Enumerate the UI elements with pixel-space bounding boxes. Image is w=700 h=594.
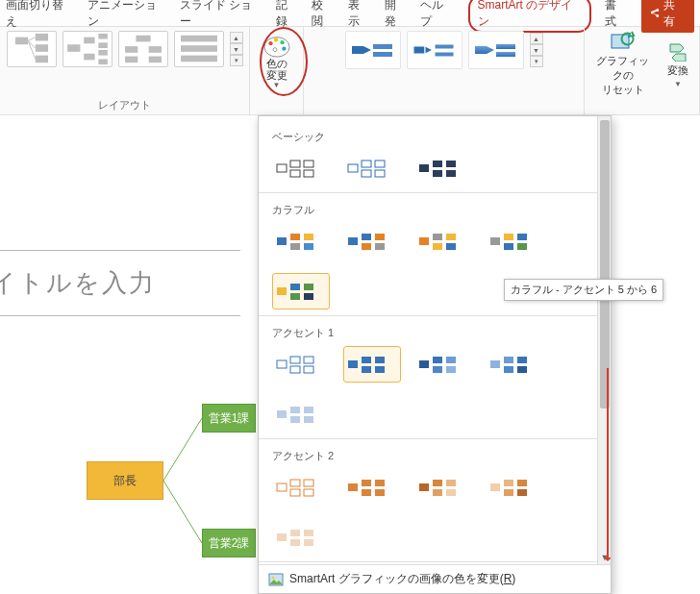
color-option[interactable] xyxy=(272,519,330,556)
svg-rect-118 xyxy=(433,480,442,486)
menu-item[interactable]: 記録 xyxy=(276,0,299,30)
menu-item[interactable]: 書式 xyxy=(605,0,628,30)
svg-rect-95 xyxy=(446,357,456,363)
color-option[interactable] xyxy=(272,150,330,186)
ribbon-group-label xyxy=(640,99,643,112)
recolor-pictures-menuitem[interactable]: SmartArt グラフィックの画像の色を変更(R) xyxy=(259,564,611,593)
layout-option[interactable] xyxy=(62,31,112,67)
svg-rect-47 xyxy=(348,164,358,172)
layout-option[interactable] xyxy=(7,31,57,67)
color-option[interactable] xyxy=(414,346,472,383)
svg-rect-90 xyxy=(375,357,385,363)
svg-rect-74 xyxy=(504,243,513,250)
svg-rect-131 xyxy=(304,539,313,546)
color-option[interactable] xyxy=(272,346,330,383)
menu-item[interactable]: 開発 xyxy=(385,0,408,30)
color-option[interactable] xyxy=(414,469,472,506)
svg-rect-66 xyxy=(375,243,385,250)
svg-rect-85 xyxy=(304,357,313,363)
color-option[interactable] xyxy=(486,346,543,383)
color-option[interactable] xyxy=(414,223,472,260)
org-node-root[interactable]: 部長 xyxy=(87,461,163,500)
menu-item[interactable]: ヘルプ xyxy=(420,0,454,30)
styles-more-button[interactable]: ▾ xyxy=(530,56,543,67)
svg-rect-82 xyxy=(277,360,287,368)
org-node-child[interactable]: 営業2課 xyxy=(202,529,256,557)
layout-option[interactable] xyxy=(174,31,224,67)
styles-prev-button[interactable]: ▲ xyxy=(530,33,543,44)
svg-rect-124 xyxy=(504,489,513,496)
smartart-org-chart[interactable]: 部長 営業1課 営業2課 xyxy=(87,404,279,577)
svg-rect-51 xyxy=(375,170,385,177)
convert-button[interactable]: 変換 ▼ xyxy=(664,40,691,88)
svg-rect-72 xyxy=(490,237,500,245)
menu-item[interactable]: スライド ショー xyxy=(180,0,262,30)
svg-rect-97 xyxy=(490,360,500,368)
color-option[interactable] xyxy=(486,469,543,506)
color-option[interactable] xyxy=(272,396,330,433)
svg-rect-16 xyxy=(148,46,161,53)
svg-rect-27 xyxy=(352,46,363,54)
svg-rect-80 xyxy=(304,284,313,290)
svg-rect-130 xyxy=(304,530,313,536)
svg-rect-55 xyxy=(446,161,456,167)
scroll-thumb[interactable] xyxy=(600,120,610,408)
svg-rect-57 xyxy=(277,237,287,245)
color-gallery-dropdown: ▲ ▼ ベーシック カラフル ア xyxy=(258,115,612,594)
svg-rect-13 xyxy=(98,59,107,64)
svg-rect-109 xyxy=(290,489,300,496)
color-option[interactable] xyxy=(343,223,401,260)
menu-item[interactable]: 画面切り替え xyxy=(6,0,74,30)
color-option[interactable] xyxy=(343,469,401,506)
svg-rect-75 xyxy=(517,234,527,240)
color-option[interactable] xyxy=(486,223,543,260)
color-option[interactable] xyxy=(343,150,401,186)
svg-rect-56 xyxy=(446,170,456,177)
color-option-hovered[interactable] xyxy=(272,273,330,309)
svg-rect-45 xyxy=(304,161,313,167)
svg-point-158 xyxy=(272,576,275,579)
layout-option[interactable] xyxy=(118,31,168,67)
layout-more-button[interactable]: ▾ xyxy=(230,55,243,66)
layout-prev-button[interactable]: ▲ xyxy=(230,32,243,43)
styles-next-button[interactable]: ▼ xyxy=(530,44,543,56)
ribbon: ▲ ▼ ▾ レイアウト 色の変更 ▼ xyxy=(0,27,700,115)
svg-rect-123 xyxy=(504,480,513,486)
org-node-child[interactable]: 営業1課 xyxy=(202,404,256,433)
style-option[interactable] xyxy=(345,31,401,69)
svg-point-23 xyxy=(268,41,272,45)
gallery-section-heading: アクセント 2 xyxy=(272,449,601,463)
menu-item[interactable]: アニメーション xyxy=(88,0,166,30)
svg-rect-12 xyxy=(98,50,107,56)
svg-marker-36 xyxy=(487,46,494,54)
color-option[interactable] xyxy=(272,223,330,260)
svg-rect-2 xyxy=(35,44,47,52)
menu-item[interactable]: 表示 xyxy=(348,0,371,30)
reset-icon xyxy=(610,31,637,52)
svg-rect-63 xyxy=(362,234,371,240)
gallery-section-heading: ベーシック xyxy=(272,130,601,144)
svg-rect-17 xyxy=(125,57,138,63)
menu-item[interactable]: 校閲 xyxy=(312,0,335,30)
color-option[interactable] xyxy=(414,150,472,186)
svg-rect-52 xyxy=(419,164,429,172)
layout-next-button[interactable]: ▼ xyxy=(230,43,243,55)
footer-label: SmartArt グラフィックの画像の色を変更(R) xyxy=(289,571,515,587)
style-option[interactable] xyxy=(407,31,462,69)
color-option[interactable] xyxy=(343,346,401,383)
svg-rect-96 xyxy=(446,366,456,373)
picture-icon xyxy=(268,572,284,587)
color-option[interactable] xyxy=(272,469,330,506)
svg-rect-15 xyxy=(125,46,138,53)
svg-rect-10 xyxy=(98,34,107,39)
svg-rect-50 xyxy=(375,161,385,167)
reset-graphic-button[interactable]: グラフィックの リセット xyxy=(592,31,653,97)
svg-rect-21 xyxy=(181,56,217,62)
title-placeholder[interactable]: イトルを入力 xyxy=(0,250,240,316)
style-option[interactable] xyxy=(468,31,524,69)
svg-rect-61 xyxy=(304,243,313,250)
svg-rect-64 xyxy=(362,243,371,250)
svg-rect-107 xyxy=(277,483,287,491)
change-colors-button[interactable]: 色の変更 ▼ xyxy=(257,31,297,91)
svg-rect-91 xyxy=(375,366,385,373)
